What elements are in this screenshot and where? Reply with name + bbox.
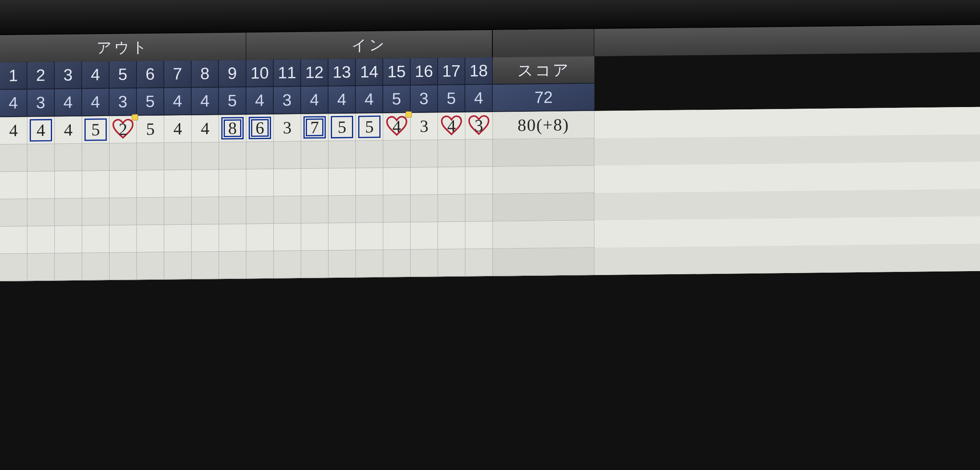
empty-cell[interactable] (219, 169, 246, 197)
empty-cell[interactable] (192, 170, 219, 197)
empty-cell[interactable] (356, 168, 383, 196)
empty-cell[interactable] (192, 142, 219, 170)
score-cell-hole-9[interactable]: 8 (219, 114, 246, 142)
score-cell-hole-4[interactable]: 5 (82, 116, 109, 144)
empty-cell[interactable] (301, 223, 328, 251)
empty-cell[interactable] (246, 251, 274, 279)
empty-cell[interactable] (328, 195, 356, 223)
empty-cell[interactable] (274, 196, 301, 224)
score-cell-hole-18[interactable]: 3 (465, 112, 493, 140)
empty-cell[interactable] (109, 252, 137, 280)
empty-cell[interactable] (55, 144, 82, 172)
empty-cell[interactable] (246, 142, 274, 170)
empty-cell[interactable] (82, 198, 109, 226)
score-cell-hole-15[interactable]: 4 (383, 113, 411, 141)
empty-cell[interactable] (0, 199, 27, 227)
empty-cell[interactable] (383, 250, 411, 277)
empty-cell[interactable] (465, 249, 493, 277)
empty-cell[interactable] (192, 252, 219, 279)
score-cell-hole-17[interactable]: 4 (438, 113, 465, 140)
score-cell-hole-8[interactable]: 4 (192, 115, 219, 143)
empty-cell[interactable] (0, 254, 27, 281)
empty-cell[interactable] (465, 222, 493, 249)
score-cell-hole-16[interactable]: 3 (411, 113, 438, 140)
empty-cell[interactable] (219, 251, 246, 279)
empty-cell[interactable] (0, 144, 27, 172)
empty-cell[interactable] (164, 252, 192, 280)
empty-cell[interactable] (82, 143, 109, 171)
empty-cell[interactable] (328, 250, 356, 278)
empty-cell[interactable] (356, 223, 383, 250)
empty-cell[interactable] (55, 253, 82, 281)
empty-cell[interactable] (411, 222, 438, 250)
empty-cell[interactable] (383, 140, 411, 168)
empty-cell[interactable] (82, 253, 109, 281)
empty-cell[interactable] (465, 167, 493, 195)
empty-cell[interactable] (356, 195, 383, 223)
empty-cell[interactable] (27, 199, 55, 227)
empty-cell[interactable] (274, 169, 301, 197)
empty-cell[interactable] (411, 167, 438, 195)
empty-cell[interactable] (438, 167, 465, 195)
score-cell-hole-7[interactable]: 4 (164, 115, 192, 143)
empty-cell[interactable] (164, 225, 192, 252)
empty-cell[interactable] (0, 226, 27, 254)
empty-cell[interactable] (0, 172, 27, 199)
empty-cell[interactable] (192, 224, 219, 252)
empty-cell[interactable] (274, 251, 301, 279)
empty-cell[interactable] (383, 168, 411, 195)
score-cell-hole-6[interactable]: 5 (137, 116, 164, 143)
score-cell-hole-2[interactable]: 4 (27, 117, 55, 145)
empty-cell[interactable] (383, 222, 411, 250)
empty-cell[interactable] (137, 198, 164, 225)
empty-cell[interactable] (109, 143, 137, 171)
empty-cell[interactable] (465, 194, 493, 222)
score-cell-hole-1[interactable]: 4 (0, 117, 27, 145)
empty-cell[interactable] (328, 168, 356, 196)
score-cell-hole-14[interactable]: 5 (356, 113, 383, 141)
empty-cell[interactable] (383, 195, 411, 223)
empty-cell[interactable] (27, 172, 55, 199)
empty-cell[interactable] (301, 196, 328, 223)
empty-cell[interactable] (246, 169, 274, 197)
empty-cell[interactable] (82, 171, 109, 198)
empty-cell[interactable] (246, 224, 274, 252)
score-cell-hole-3[interactable]: 4 (55, 116, 82, 144)
empty-cell[interactable] (301, 168, 328, 196)
empty-cell[interactable] (137, 225, 164, 253)
score-cell-hole-5[interactable]: 2 (109, 116, 137, 143)
empty-cell[interactable] (137, 170, 164, 198)
empty-cell[interactable] (27, 254, 55, 281)
empty-cell[interactable] (328, 141, 356, 168)
empty-cell[interactable] (301, 141, 328, 169)
empty-cell[interactable] (137, 143, 164, 171)
empty-cell[interactable] (55, 198, 82, 226)
empty-cell[interactable] (465, 139, 493, 167)
empty-cell[interactable] (438, 249, 465, 277)
empty-cell[interactable] (192, 197, 219, 225)
empty-cell[interactable] (356, 250, 383, 278)
empty-cell[interactable] (438, 222, 465, 250)
empty-cell[interactable] (27, 144, 55, 172)
empty-cell[interactable] (411, 195, 438, 222)
empty-cell[interactable] (164, 143, 192, 170)
score-cell-hole-10[interactable]: 6 (246, 114, 274, 142)
empty-cell[interactable] (356, 141, 383, 168)
empty-cell[interactable] (274, 223, 301, 251)
empty-cell[interactable] (411, 140, 438, 168)
score-cell-hole-12[interactable]: 7 (301, 114, 328, 141)
empty-cell[interactable] (246, 197, 274, 224)
empty-cell[interactable] (164, 170, 192, 198)
empty-cell[interactable] (219, 197, 246, 224)
empty-cell[interactable] (109, 198, 137, 225)
empty-cell[interactable] (109, 225, 137, 253)
empty-cell[interactable] (219, 224, 246, 252)
empty-cell[interactable] (438, 195, 465, 222)
empty-cell[interactable] (328, 223, 356, 250)
empty-cell[interactable] (164, 197, 192, 225)
empty-cell[interactable] (137, 252, 164, 280)
empty-cell[interactable] (82, 225, 109, 253)
empty-cell[interactable] (27, 226, 55, 254)
empty-cell[interactable] (411, 249, 438, 277)
score-cell-hole-13[interactable]: 5 (328, 113, 356, 141)
